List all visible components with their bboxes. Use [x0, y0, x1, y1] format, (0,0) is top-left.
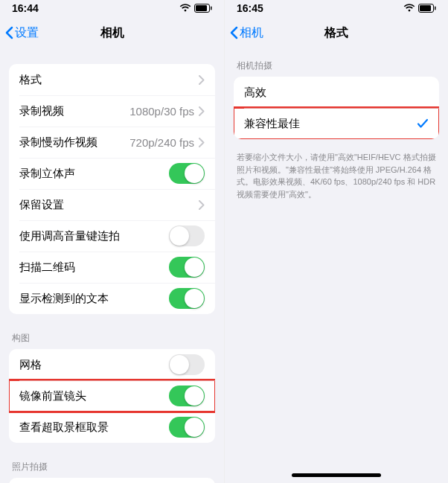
- row-high-efficiency[interactable]: 高效: [234, 77, 439, 108]
- row-detail: 1080p/30 fps: [129, 105, 194, 118]
- section-header-photo-capture: 照片拍摄: [0, 450, 224, 478]
- chevron-right-icon: [199, 200, 205, 210]
- phone-camera-settings: 16:44 设置 相机 格式 录制视频 1080p/30: [0, 0, 224, 483]
- row-detail: 720p/240 fps: [129, 136, 194, 149]
- row-label: 高效: [244, 86, 429, 100]
- section-header-camera-capture: 相机拍摄: [225, 49, 448, 77]
- row-formats[interactable]: 格式: [9, 64, 215, 95]
- row-label: 扫描二维码: [19, 260, 169, 275]
- row-record-video[interactable]: 录制视频 1080p/30 fps: [9, 95, 215, 127]
- row-label: 查看超取景框取景: [19, 420, 169, 435]
- back-button[interactable]: 相机: [225, 25, 263, 41]
- status-time: 16:45: [237, 2, 263, 14]
- toggle-mirror-front[interactable]: [169, 386, 205, 406]
- group-photo-capture: 摄影风格: [9, 478, 215, 483]
- row-label: 录制视频: [19, 104, 129, 118]
- footer-text: 若要缩小文件大小，请使用"高效"HEIF/HEVC 格式拍摄照片和视频。"兼容性…: [225, 147, 448, 200]
- formats-content: 相机拍摄 高效 兼容性最佳 若要缩小文件大小，请使用"高效"HEIF/HEVC …: [225, 49, 448, 483]
- chevron-right-icon: [199, 106, 205, 116]
- row-label: 保留设置: [19, 198, 199, 212]
- status-right: [403, 4, 436, 13]
- wifi-icon: [403, 4, 415, 13]
- group-main: 格式 录制视频 1080p/30 fps 录制慢动作视频 720p/240 fp…: [9, 64, 215, 314]
- wifi-icon: [179, 4, 191, 13]
- battery-icon: [194, 4, 212, 13]
- row-preserve[interactable]: 保留设置: [9, 189, 215, 220]
- row-grid[interactable]: 网格: [9, 349, 215, 380]
- toggle-scan-qr[interactable]: [169, 257, 205, 278]
- row-label: 镜像前置镜头: [19, 389, 169, 403]
- chevron-right-icon: [199, 75, 205, 85]
- row-photographic-styles[interactable]: 摄影风格: [9, 478, 215, 483]
- battery-icon: [418, 4, 436, 13]
- row-label: 录制立体声: [19, 167, 169, 181]
- section-header-composition: 构图: [0, 322, 224, 349]
- back-label: 相机: [240, 25, 263, 41]
- chevron-left-icon: [229, 26, 238, 39]
- svg-rect-4: [420, 5, 431, 11]
- status-time: 16:44: [12, 2, 39, 14]
- row-detected-text[interactable]: 显示检测到的文本: [9, 283, 215, 314]
- row-label: 网格: [19, 358, 169, 372]
- toggle-stereo[interactable]: [169, 163, 205, 184]
- nav-bar: 相机 格式: [225, 16, 448, 49]
- status-bar: 16:44: [0, 0, 224, 16]
- svg-rect-2: [211, 7, 212, 10]
- back-button[interactable]: 设置: [0, 25, 39, 41]
- row-label: 显示检测到的文本: [19, 292, 169, 306]
- svg-rect-1: [196, 5, 207, 11]
- home-indicator[interactable]: [292, 473, 381, 477]
- row-label: 录制慢动作视频: [19, 135, 129, 150]
- status-right: [179, 4, 212, 13]
- status-bar: 16:45: [225, 0, 448, 16]
- back-label: 设置: [15, 25, 39, 41]
- group-composition: 网格 镜像前置镜头 查看超取景框取景: [9, 349, 215, 443]
- row-stereo[interactable]: 录制立体声: [9, 158, 215, 189]
- toggle-detected-text[interactable]: [169, 288, 205, 309]
- phone-formats-settings: 16:45 相机 格式 相机拍摄 高效 兼容性最佳: [224, 0, 448, 483]
- row-record-slomo[interactable]: 录制慢动作视频 720p/240 fps: [9, 127, 215, 158]
- toggle-view-outside[interactable]: [169, 417, 205, 438]
- row-label: 格式: [19, 73, 199, 87]
- group-formats: 高效 兼容性最佳: [234, 77, 439, 139]
- row-mirror-front[interactable]: 镜像前置镜头: [9, 380, 215, 412]
- svg-rect-5: [435, 7, 436, 10]
- nav-bar: 设置 相机: [0, 16, 224, 49]
- toggle-grid[interactable]: [169, 354, 205, 375]
- chevron-left-icon: [4, 26, 13, 39]
- checkmark-icon: [417, 118, 429, 129]
- row-view-outside[interactable]: 查看超取景框取景: [9, 412, 215, 443]
- row-label: 使用调高音量键连拍: [19, 229, 169, 243]
- chevron-right-icon: [199, 138, 205, 147]
- settings-content: 格式 录制视频 1080p/30 fps 录制慢动作视频 720p/240 fp…: [0, 49, 224, 483]
- row-label: 兼容性最佳: [244, 117, 417, 131]
- row-scan-qr[interactable]: 扫描二维码: [9, 252, 215, 283]
- row-volume-burst[interactable]: 使用调高音量键连拍: [9, 220, 215, 252]
- row-most-compatible[interactable]: 兼容性最佳: [234, 108, 439, 139]
- toggle-volume-burst[interactable]: [169, 225, 205, 246]
